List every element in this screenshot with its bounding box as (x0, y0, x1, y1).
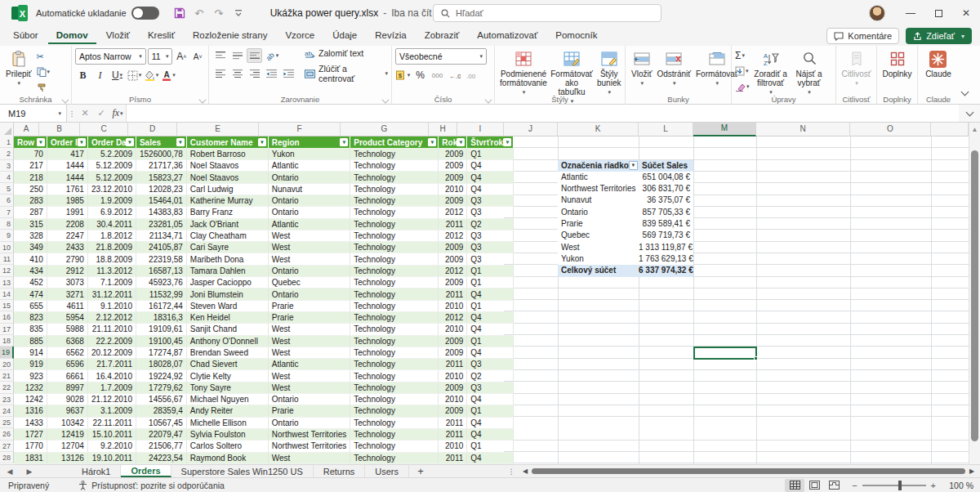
cell[interactable]: 5954 (47, 311, 87, 323)
cell[interactable]: Steven Ward (186, 300, 268, 311)
cell[interactable]: 24105,87 (136, 242, 186, 253)
column-header-D[interactable]: D (128, 123, 177, 136)
cell[interactable]: 2010 (439, 183, 467, 195)
cell[interactable]: 18028,07 (136, 359, 186, 370)
cancel-icon[interactable]: ✕ (77, 105, 93, 122)
cell[interactable]: 452 (14, 277, 47, 288)
cell[interactable]: Jasper Cacioppo (186, 277, 268, 288)
row-header-3[interactable]: 3 (0, 160, 14, 172)
sheet-nav-right-icon[interactable]: ▶ (20, 465, 39, 477)
cell[interactable]: 14383,83 (136, 207, 186, 218)
column-header-K[interactable]: K (558, 123, 639, 136)
cell[interactable]: Brendan Sweed (186, 347, 268, 358)
cell[interactable]: 2208 (47, 218, 87, 230)
cell[interactable]: Technology (350, 417, 439, 428)
zoom-slider[interactable] (862, 485, 926, 486)
cell[interactable]: Technology (350, 253, 439, 265)
cell[interactable]: 1770 (14, 441, 47, 452)
comments-button[interactable]: Komentáre (826, 28, 899, 44)
filter-icon[interactable]: ▾ (258, 138, 266, 146)
cell[interactable]: 21506,77 (136, 441, 186, 452)
cell[interactable]: 1.8.2012 (87, 230, 136, 241)
cell[interactable]: 15.10.2011 (87, 428, 136, 440)
cell-styles-button[interactable]: Štýly buniek▾ (595, 48, 623, 98)
accounting-icon[interactable]: $▾ (395, 68, 411, 83)
vertical-scroll-thumb[interactable] (971, 150, 978, 441)
sensitivity-button[interactable]: Citlivosť▾ (840, 48, 874, 89)
cell[interactable]: Jack O'Briant (186, 218, 268, 230)
formula-bar-handle[interactable]: ⋮ (67, 105, 77, 122)
cell[interactable]: 2011 (439, 452, 467, 463)
cell[interactable]: Technology (350, 370, 439, 382)
cell[interactable]: 217 (14, 160, 47, 172)
cell[interactable]: Chad Sievert (186, 359, 268, 370)
cell[interactable]: Q2 (467, 218, 514, 230)
cell[interactable]: Technology (350, 183, 439, 195)
cell[interactable]: 1.7.2009 (87, 382, 136, 393)
cell[interactable]: 6.9.2012 (87, 207, 136, 218)
cell[interactable]: Northwest Territories (268, 441, 350, 452)
cell[interactable]: 283 (14, 195, 47, 206)
cell[interactable]: 2.12.2012 (87, 311, 136, 323)
cell[interactable]: 13126 (47, 452, 87, 463)
cell[interactable]: 2012 (439, 230, 467, 241)
cell[interactable]: West (268, 242, 350, 253)
row-header-2[interactable]: 2 (0, 148, 14, 159)
cell[interactable]: 1242 (14, 394, 47, 405)
cell[interactable]: 2009 (439, 253, 467, 265)
increase-font-icon[interactable]: A˄ (174, 49, 189, 64)
pivot-sales-value[interactable]: 1 313 119,87 € (639, 242, 693, 253)
cell[interactable]: 21.11.2010 (87, 324, 136, 335)
cell[interactable]: Ontario (268, 288, 350, 300)
ribbon-tab-vzorce[interactable]: Vzorce (277, 28, 323, 44)
cell[interactable]: Noel Staavos (186, 172, 268, 183)
cell[interactable]: Technology (350, 207, 439, 218)
percent-icon[interactable]: % (412, 68, 428, 83)
row-header-24[interactable]: 24 (0, 405, 14, 417)
cell[interactable]: Atlantic (268, 160, 350, 172)
pivot-region-label[interactable]: Quebec (558, 230, 639, 241)
cell[interactable]: 16587,13 (136, 265, 186, 276)
cell[interactable]: 15823,27 (136, 172, 186, 183)
cell[interactable]: Yukon (268, 148, 350, 159)
pivot-sales-value[interactable]: 569 719,73 € (639, 230, 693, 241)
cell[interactable]: Technology (350, 160, 439, 172)
cell[interactable]: Technology (350, 195, 439, 206)
cell[interactable]: 7.1.2009 (87, 277, 136, 288)
ribbon-tab-domov[interactable]: Domov (48, 28, 96, 44)
add-sheet-button[interactable]: + (409, 465, 432, 477)
cell[interactable]: 1316 (14, 405, 47, 417)
pivot-region-label[interactable]: Ontario (558, 207, 639, 218)
row-header-15[interactable]: 15 (0, 300, 14, 311)
cell[interactable]: 823 (14, 311, 47, 323)
cell[interactable]: 9028 (47, 394, 87, 405)
font-color-icon[interactable]: A▾ (161, 68, 176, 83)
cell[interactable]: West (268, 335, 350, 347)
row-header-26[interactable]: 26 (0, 428, 14, 440)
clear-button[interactable]: ▾ (735, 80, 750, 93)
cell[interactable]: 17274,87 (136, 347, 186, 358)
cell[interactable]: Robert Barroso (186, 148, 268, 159)
sheet-nav-left-icon[interactable]: ◀ (0, 465, 20, 477)
cell[interactable]: 12419 (47, 428, 87, 440)
cell[interactable]: 21.7.2011 (87, 359, 136, 370)
cell[interactable]: 1444 (47, 160, 87, 172)
cell[interactable]: 19.10.2011 (87, 452, 136, 463)
cell[interactable]: 1.9.2009 (87, 195, 136, 206)
cell[interactable]: Technology (350, 347, 439, 358)
cell[interactable]: 3271 (47, 288, 87, 300)
cell[interactable]: 2009 (439, 405, 467, 417)
filter-icon[interactable]: ▾ (37, 138, 45, 146)
cell[interactable]: 2010 (439, 370, 467, 382)
excel-logo-icon[interactable]: X (11, 5, 28, 21)
sheet-tab-returns[interactable]: Returns (314, 465, 366, 477)
cell[interactable]: West (268, 347, 350, 358)
paste-button[interactable]: Prilepiť ▾ (3, 48, 34, 89)
cell[interactable]: 4611 (47, 300, 87, 311)
table-col-header[interactable]: Rok▾ (439, 136, 467, 148)
cell[interactable]: West (268, 370, 350, 382)
table-col-header[interactable]: Order ID▾ (47, 136, 87, 148)
cell[interactable]: Tony Sayre (186, 382, 268, 393)
ribbon-tab-vlo-i-[interactable]: Vložiť (98, 28, 138, 44)
filter-icon[interactable]: ▾ (503, 138, 511, 146)
